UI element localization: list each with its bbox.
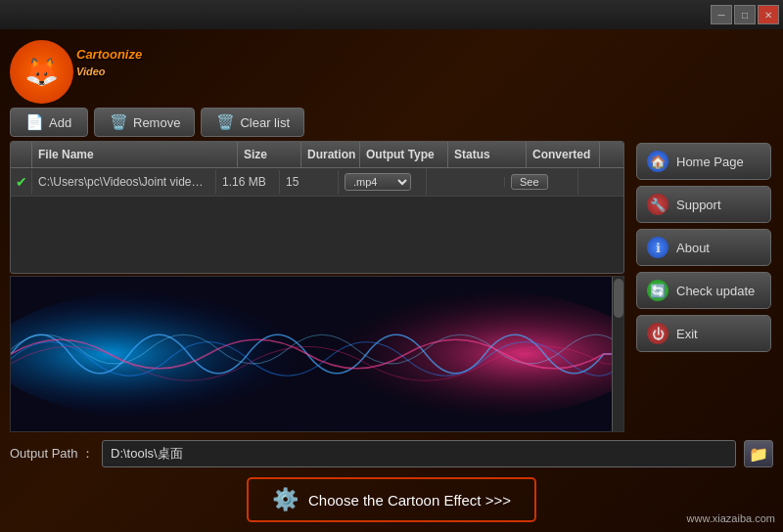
exit-icon: ⏻ — [647, 323, 668, 344]
clear-list-button[interactable]: 🗑️ Clear list — [201, 108, 304, 137]
output-path-label: Output Path ： — [10, 445, 94, 463]
th-size: Size — [238, 142, 301, 167]
row-converted[interactable]: See — [505, 169, 578, 195]
update-icon: 🔄 — [647, 280, 668, 301]
folder-icon: 📁 — [749, 445, 768, 464]
remove-button[interactable]: 🗑️ Remove — [94, 108, 195, 137]
home-icon: 🏠 — [647, 151, 668, 172]
exit-button[interactable]: ⏻ Exit — [636, 315, 771, 352]
remove-icon: 🗑️ — [109, 112, 128, 132]
th-status: Status — [448, 142, 527, 167]
output-path-input[interactable] — [102, 440, 736, 467]
row-outputtype[interactable]: .mp4 .avi .mov — [339, 168, 427, 196]
check-icon: ✔ — [16, 174, 27, 190]
wave-visualization — [10, 276, 624, 432]
clear-icon: 🗑️ — [215, 112, 235, 132]
row-size: 1.16 MB — [216, 170, 280, 194]
see-button[interactable]: See — [511, 174, 548, 190]
browse-folder-button[interactable]: 📁 — [744, 440, 773, 467]
logo-text: Cartoonize Video — [76, 47, 142, 80]
about-icon: ℹ — [647, 237, 668, 258]
support-icon: 🔧 — [647, 194, 668, 215]
toolbar: 📄 Add 🗑️ Remove 🗑️ Clear list — [10, 108, 624, 137]
left-panel: 📄 Add 🗑️ Remove 🗑️ Clear list File Name — [10, 108, 624, 432]
th-converted: Converted — [527, 142, 600, 167]
row-filename: C:\Users\pc\Videos\Joint video.avi — [32, 170, 216, 194]
maximize-button[interactable]: □ — [734, 5, 756, 24]
th-check — [11, 142, 32, 167]
output-path-row: Output Path ： 📁 — [10, 440, 773, 467]
watermark: www.xiazaiba.com — [687, 512, 775, 524]
outputtype-select[interactable]: .mp4 .avi .mov — [345, 173, 411, 191]
logo-icon: 🦊 — [10, 40, 73, 104]
th-filename: File Name — [32, 142, 238, 167]
file-table: File Name Size Duration Output Type Stat… — [10, 141, 624, 274]
add-button[interactable]: 📄 Add — [10, 108, 88, 137]
th-duration: Duration — [301, 142, 360, 167]
content-row: 📄 Add 🗑️ Remove 🗑️ Clear list File Name — [0, 108, 783, 432]
homepage-button[interactable]: 🏠 Home Page — [636, 143, 771, 180]
right-sidebar: 🏠 Home Page 🔧 Support ℹ About 🔄 Check up… — [636, 143, 773, 432]
checkupdate-button[interactable]: 🔄 Check update — [636, 272, 771, 309]
support-button[interactable]: 🔧 Support — [636, 186, 771, 223]
add-icon: 📄 — [24, 112, 44, 132]
bottom-row: ⚙️ Choose the Cartoon Effect >>> — [10, 477, 773, 522]
about-button[interactable]: ℹ About — [636, 229, 771, 266]
row-check[interactable]: ✔ — [11, 169, 32, 195]
cartoon-effect-button[interactable]: ⚙️ Choose the Cartoon Effect >>> — [247, 477, 536, 522]
vertical-scrollbar[interactable] — [612, 277, 623, 431]
minimize-button[interactable]: ─ — [711, 5, 732, 24]
logo-area: 🦊 Cartoonize Video — [10, 37, 137, 106]
row-duration: 15 — [280, 170, 339, 194]
app-container: 🦊 Cartoonize Video 📄 Add 🗑️ Remove 🗑️ — [0, 29, 783, 532]
title-bar: ─ □ ✕ — [0, 0, 783, 29]
table-row[interactable]: ✔ C:\Users\pc\Videos\Joint video.avi 1.1… — [11, 168, 623, 197]
row-status — [427, 177, 505, 187]
scrollbar-thumb[interactable] — [614, 279, 623, 318]
close-button[interactable]: ✕ — [758, 5, 779, 24]
gear-icon: ⚙️ — [272, 487, 299, 512]
table-header: File Name Size Duration Output Type Stat… — [11, 142, 623, 168]
th-outputtype: Output Type — [360, 142, 448, 167]
